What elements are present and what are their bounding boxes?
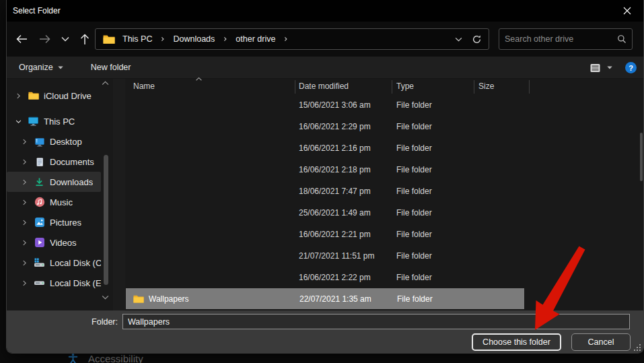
music-icon bbox=[34, 197, 45, 208]
breadcrumb-item-other-drive[interactable]: other drive bbox=[231, 32, 280, 46]
sidebar-item-icloud-drive[interactable]: iCloud Drive bbox=[7, 86, 101, 106]
chevron-right-icon[interactable] bbox=[20, 199, 29, 206]
type-cell: File folder bbox=[397, 288, 474, 309]
new-folder-button[interactable]: New folder bbox=[85, 59, 137, 75]
type-cell: File folder bbox=[396, 267, 474, 288]
file-row[interactable]: 16/06/2021 2:16 pmFile folder bbox=[125, 137, 643, 158]
chevron-right-icon[interactable] bbox=[20, 259, 29, 267]
file-name-cell: Wallpapers bbox=[126, 288, 294, 309]
choose-this-folder-button[interactable]: Choose this folder bbox=[472, 333, 561, 351]
sidebar-item-documents[interactable]: Documents bbox=[7, 152, 101, 172]
sidebar-item-this-pc[interactable]: This PC bbox=[7, 111, 101, 131]
file-row[interactable]: 16/06/2021 2:18 pmFile folder bbox=[125, 159, 643, 180]
column-header-size[interactable]: Size bbox=[478, 81, 494, 91]
close-button[interactable] bbox=[614, 0, 641, 21]
breadcrumb-item-this-pc[interactable]: This PC bbox=[118, 32, 157, 46]
chevron-right-icon[interactable] bbox=[20, 178, 29, 186]
disk-c-icon bbox=[34, 257, 45, 269]
search-input[interactable] bbox=[505, 34, 617, 44]
column-divider[interactable] bbox=[295, 80, 295, 94]
organize-button[interactable]: Organize bbox=[13, 59, 69, 75]
column-divider[interactable] bbox=[392, 80, 392, 94]
breadcrumb-item-downloads[interactable]: Downloads bbox=[168, 32, 219, 46]
file-row[interactable]: 25/06/2021 1:49 amFile folder bbox=[125, 202, 643, 223]
caret-down-icon bbox=[57, 65, 64, 70]
file-list-scrollbar-thumb[interactable] bbox=[640, 133, 643, 181]
choose-button-label: Choose this folder bbox=[482, 337, 550, 347]
breadcrumb-chevron-icon[interactable] bbox=[281, 36, 290, 42]
help-icon: ? bbox=[629, 64, 633, 72]
sidebar-item-desktop[interactable]: Desktop bbox=[7, 131, 101, 152]
cancel-button[interactable]: Cancel bbox=[571, 333, 631, 351]
chevron-right-icon[interactable] bbox=[20, 219, 29, 226]
file-name-cell bbox=[126, 245, 294, 266]
chevron-right-icon[interactable] bbox=[20, 239, 29, 246]
column-divider[interactable] bbox=[529, 80, 530, 94]
column-divider[interactable] bbox=[474, 80, 474, 94]
chevron-right-icon[interactable] bbox=[20, 158, 29, 166]
sidebar-item-local-disk-e-[interactable]: Local Disk (E:) bbox=[7, 273, 101, 293]
file-row[interactable]: 16/06/2021 2:22 pmFile folder bbox=[125, 267, 643, 288]
file-row[interactable]: 16/06/2021 2:29 pmFile folder bbox=[125, 116, 643, 137]
navigation-bar: This PCDownloadsother drive bbox=[7, 22, 643, 57]
file-name-cell bbox=[126, 159, 294, 180]
resize-grip[interactable] bbox=[634, 344, 641, 351]
background-item-label: Accessibility bbox=[88, 353, 143, 363]
file-row[interactable]: 15/06/2021 3:06 amFile folder bbox=[125, 94, 643, 115]
column-header-name[interactable]: Name bbox=[133, 81, 155, 91]
folder-name-input[interactable] bbox=[122, 314, 630, 329]
address-bar[interactable]: This PCDownloadsother drive bbox=[95, 28, 489, 50]
sidebar-scroll-down-arrow[interactable] bbox=[102, 295, 109, 300]
breadcrumb-chevron-icon[interactable] bbox=[221, 36, 229, 42]
up-button[interactable] bbox=[75, 30, 94, 48]
size-cell bbox=[478, 159, 526, 180]
back-button[interactable] bbox=[12, 30, 31, 48]
refresh-icon[interactable] bbox=[472, 34, 482, 44]
file-row[interactable]: 21/07/2021 11:51 pmFile folder bbox=[125, 245, 643, 266]
file-row-wallpapers[interactable]: Wallpapers22/07/2021 1:35 amFile folder bbox=[126, 288, 524, 309]
file-name-cell bbox=[126, 267, 294, 288]
column-header-type[interactable]: Type bbox=[396, 81, 414, 91]
dialog-title: Select Folder bbox=[13, 6, 61, 15]
forward-button[interactable] bbox=[35, 30, 54, 48]
sidebar-item-pictures[interactable]: Pictures bbox=[7, 212, 101, 232]
sidebar-item-videos[interactable]: Videos bbox=[7, 232, 101, 253]
date-modified-cell: 21/07/2021 11:51 pm bbox=[299, 245, 393, 266]
address-dropdown-icon[interactable] bbox=[455, 37, 462, 42]
sidebar-item-label: Videos bbox=[50, 238, 77, 248]
disk-e-icon bbox=[34, 277, 45, 289]
close-icon bbox=[623, 7, 631, 15]
date-modified-cell: 15/06/2021 3:06 am bbox=[299, 94, 393, 115]
pc-icon bbox=[28, 116, 39, 127]
file-name-cell bbox=[126, 202, 294, 223]
sidebar-item-downloads[interactable]: Downloads bbox=[7, 172, 101, 192]
file-row[interactable]: 18/06/2021 7:47 pmFile folder bbox=[125, 180, 643, 201]
details-view-icon bbox=[589, 63, 601, 73]
size-cell bbox=[478, 137, 526, 158]
recent-locations-button[interactable] bbox=[56, 30, 75, 48]
file-name-cell bbox=[126, 180, 294, 201]
chevron-right-icon[interactable] bbox=[13, 92, 23, 100]
date-modified-cell: 16/06/2021 2:18 pm bbox=[299, 159, 393, 180]
chevron-right-icon[interactable] bbox=[20, 138, 29, 145]
breadcrumb-chevron-icon[interactable] bbox=[158, 36, 167, 42]
change-view-button[interactable] bbox=[589, 63, 613, 73]
size-cell bbox=[478, 180, 526, 201]
chevron-right-icon[interactable] bbox=[20, 279, 29, 287]
cancel-button-label: Cancel bbox=[588, 337, 614, 347]
type-cell: File folder bbox=[396, 224, 474, 244]
sidebar-item-local-disk-c-[interactable]: Local Disk (C:) bbox=[7, 253, 101, 273]
videos-icon bbox=[34, 237, 45, 249]
date-modified-cell: 25/06/2021 1:49 am bbox=[299, 202, 393, 223]
sidebar-scrollbar-thumb[interactable] bbox=[104, 155, 108, 285]
help-button[interactable]: ? bbox=[625, 62, 637, 73]
sidebar-scroll-up-arrow[interactable] bbox=[102, 81, 109, 86]
column-header-date-modified[interactable]: Date modified bbox=[299, 81, 349, 91]
search-icon[interactable] bbox=[617, 34, 627, 44]
file-list-pane: Name Date modified Type Size 15/06/2021 … bbox=[125, 79, 643, 310]
date-modified-cell: 16/06/2021 2:29 pm bbox=[299, 116, 393, 137]
column-headers: Name Date modified Type Size bbox=[125, 79, 643, 95]
chevron-down-icon[interactable] bbox=[13, 118, 23, 125]
sidebar-item-music[interactable]: Music bbox=[7, 192, 101, 212]
file-row[interactable]: 16/06/2021 2:21 pmFile folder bbox=[125, 224, 643, 244]
